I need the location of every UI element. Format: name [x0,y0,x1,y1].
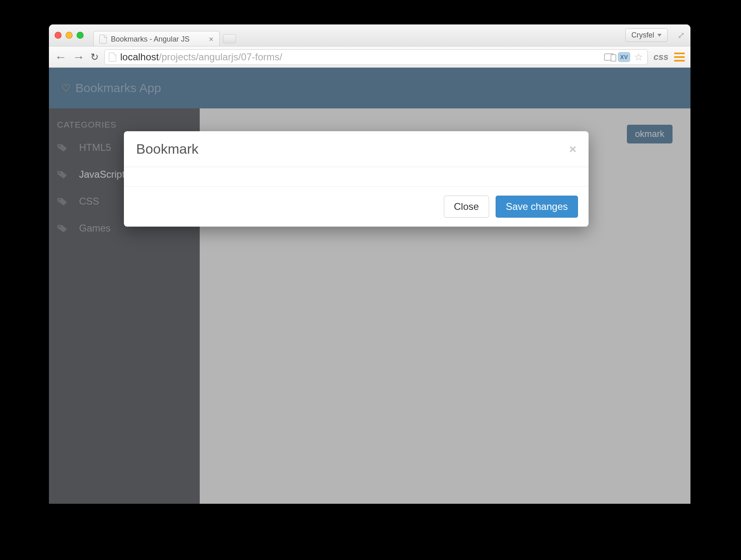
browser-window: Bookmarks - Angular JS × Crysfel ⤢ ← → ↻… [49,24,690,504]
url-host: localhost [120,51,159,62]
css-extension-icon[interactable]: css [653,52,668,62]
user-name: Crysfel [631,31,654,40]
devices-icon[interactable] [604,53,614,61]
close-tab-icon[interactable]: × [209,35,214,43]
hamburger-menu-icon[interactable] [674,53,685,62]
back-button[interactable]: ← [55,50,67,64]
minimize-window-icon[interactable] [66,32,73,39]
window-titlebar: Bookmarks - Angular JS × Crysfel ⤢ [49,24,690,46]
xv-extension-icon[interactable]: XV [618,52,631,62]
window-controls [55,32,84,39]
close-icon[interactable]: × [569,143,576,155]
browser-navbar: ← → ↻ localhost/projects/angularjs/07-fo… [49,46,690,68]
user-profile-button[interactable]: Crysfel [625,29,668,42]
viewport: ♡ Bookmarks App CATEGORIES HTML5 [49,68,690,504]
save-changes-button[interactable]: Save changes [496,196,578,218]
reload-button[interactable]: ↻ [90,51,99,63]
bookmark-star-icon[interactable]: ☆ [634,51,643,63]
forward-button[interactable]: → [73,50,85,64]
chevron-down-icon [657,34,662,37]
url-path: /projects/angularjs/07-forms/ [159,51,282,62]
zoom-window-icon[interactable] [77,32,84,39]
page-icon [99,35,107,44]
modal-body [124,167,589,187]
modal-footer: Close Save changes [124,187,589,227]
address-bar[interactable]: localhost/projects/angularjs/07-forms/ X… [104,49,648,65]
omnibox-actions: XV ☆ [604,51,644,63]
fullscreen-icon[interactable]: ⤢ [677,30,685,41]
bookmark-modal: Bookmark × Close Save changes [124,131,589,227]
new-tab-button[interactable] [223,34,236,43]
site-icon [109,53,116,62]
modal-title: Bookmark [136,141,198,157]
modal-header: Bookmark × [124,131,589,167]
close-button[interactable]: Close [444,196,489,218]
tab-title: Bookmarks - Angular JS [111,35,190,44]
browser-tab[interactable]: Bookmarks - Angular JS × [93,31,220,46]
url-text: localhost/projects/angularjs/07-forms/ [120,51,282,63]
close-window-icon[interactable] [55,32,62,39]
